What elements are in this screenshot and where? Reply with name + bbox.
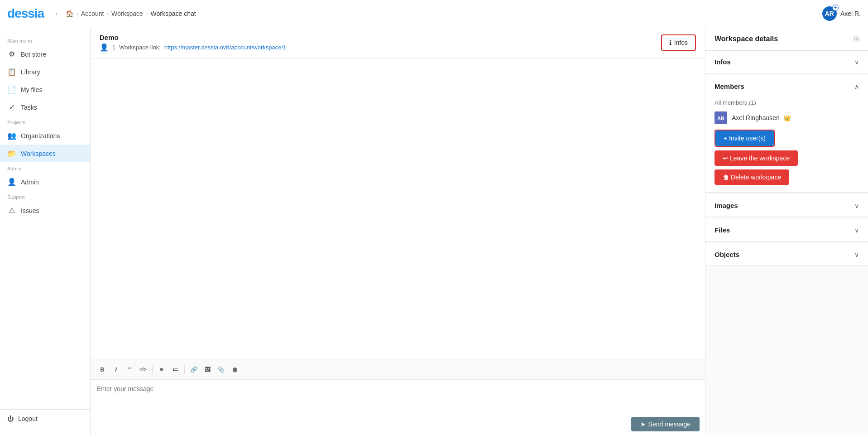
infos-section-header[interactable]: Infos ∨ — [705, 51, 868, 73]
quote-button[interactable]: " — [123, 363, 136, 376]
members-section-title: Members — [715, 82, 744, 90]
issues-icon: ⚠ — [7, 206, 16, 215]
logo: dessia — [7, 6, 44, 21]
sidebar-item-label: Issues — [21, 207, 39, 214]
member-count: 1 — [112, 44, 115, 51]
send-icon: ➤ — [640, 420, 646, 428]
grid-icon[interactable]: ⊞ — [853, 34, 859, 43]
bold-button[interactable]: B — [96, 363, 109, 376]
sidebar-item-label: My files — [21, 86, 42, 93]
send-button[interactable]: ➤ Send message — [631, 417, 700, 431]
workspaces-icon: 📁 — [7, 149, 16, 158]
workspace-header: Demo 👤 1 Workspace link: https://master.… — [91, 27, 705, 58]
unordered-list-button[interactable]: ≔ — [169, 363, 182, 376]
logout-button[interactable]: ⏻ Logout — [0, 409, 90, 428]
italic-button[interactable]: I — [110, 363, 122, 376]
sidebar-item-organizations[interactable]: 👥 Organizations — [0, 127, 90, 145]
info-icon: ℹ — [669, 39, 671, 46]
support-label: Support — [0, 191, 90, 202]
code-button[interactable]: </> — [137, 363, 149, 376]
files-section-header[interactable]: Files ∨ — [705, 219, 868, 241]
member-item: AR Axel Ringhausen 👑 — [715, 111, 859, 124]
editor-toolbar: B I " </> ≡ ≔ 🔗 🖼 📎 ◉ — [91, 359, 705, 380]
ordered-list-button[interactable]: ≡ — [155, 363, 168, 376]
panel-section-images: Images ∨ — [705, 194, 868, 217]
sidebar-item-bot-store[interactable]: ⚙ Bot store — [0, 45, 90, 63]
panel-section-objects: Objects ∨ — [705, 243, 868, 266]
sidebar-item-tasks[interactable]: ✓ Tasks — [0, 98, 90, 116]
content-area: Demo 👤 1 Workspace link: https://master.… — [91, 27, 705, 435]
person-icon: 👤 — [100, 43, 109, 52]
files-section-title: Files — [715, 226, 730, 234]
invite-users-button[interactable]: + Invite user(s) — [715, 130, 774, 146]
breadcrumb-workspace-chat: Workspace chat — [151, 10, 196, 17]
images-section-title: Images — [715, 202, 738, 209]
sidebar-item-issues[interactable]: ⚠ Issues — [0, 202, 90, 219]
nav-back[interactable]: ‹ — [51, 8, 62, 19]
logout-icon: ⏻ — [7, 415, 14, 422]
svg-text:AR: AR — [717, 116, 724, 121]
infos-button[interactable]: ℹ Infos — [661, 34, 696, 51]
admin-icon: 👤 — [7, 178, 16, 186]
sidebar-item-my-files[interactable]: 📄 My files — [0, 81, 90, 98]
images-section-header[interactable]: Images ∨ — [705, 194, 868, 217]
user-name: Axel R. — [840, 10, 861, 17]
panel-section-infos: Infos ∨ — [705, 51, 868, 73]
main-layout: Main menu ⚙ Bot store 📋 Library 📄 My fil… — [0, 27, 868, 435]
mention-button[interactable]: ◉ — [228, 363, 241, 376]
link-label: Workspace link: — [119, 44, 161, 51]
workspace-link[interactable]: https://master.dessia.ovh/account/worksp… — [164, 44, 287, 51]
members-section-header[interactable]: Members ∧ — [705, 75, 868, 97]
breadcrumb: 🏠 › Account › Workspace › Workspace chat — [66, 10, 196, 17]
sidebar-item-label: Library — [21, 68, 40, 76]
main-menu-label: Main menu — [0, 34, 90, 45]
avatar[interactable]: AR + — [822, 6, 837, 21]
leave-workspace-button[interactable]: ↩ Leave the workspace — [715, 150, 798, 166]
sidebar-item-workspaces[interactable]: 📁 Workspaces — [0, 145, 90, 162]
right-panel: Workspace details ⊞ Infos ∨ Members ∧ Al… — [705, 27, 868, 435]
organizations-icon: 👥 — [7, 131, 16, 140]
members-count: All members (1) — [715, 99, 859, 106]
image-button[interactable]: 🖼 — [201, 363, 214, 376]
top-header: dessia ‹ 🏠 › Account › Workspace › Works… — [0, 0, 868, 27]
breadcrumb-home[interactable]: 🏠 — [66, 10, 73, 17]
member-avatar-icon: AR — [715, 111, 727, 124]
message-input[interactable] — [91, 380, 705, 411]
chat-area — [91, 58, 705, 359]
projects-label: Projects — [0, 116, 90, 127]
member-name: Axel Ringhausen 👑 — [732, 114, 791, 121]
sidebar: Main menu ⚙ Bot store 📋 Library 📄 My fil… — [0, 27, 91, 435]
files-chevron-icon: ∨ — [854, 227, 859, 234]
panel-section-members: Members ∧ All members (1) AR Axel Ringha… — [705, 75, 868, 193]
infos-chevron-icon: ∨ — [854, 58, 859, 66]
members-chevron-icon: ∧ — [854, 83, 859, 90]
sidebar-item-label: Admin — [21, 179, 39, 186]
crown-icon: 👑 — [783, 114, 791, 121]
sidebar-item-label: Bot store — [21, 51, 46, 58]
sidebar-item-library[interactable]: 📋 Library — [0, 63, 90, 81]
infos-section-title: Infos — [715, 58, 731, 66]
admin-label: Admin — [0, 162, 90, 173]
workspace-title: Demo — [100, 34, 286, 41]
right-panel-title: Workspace details — [715, 35, 778, 43]
right-panel-header: Workspace details ⊞ — [705, 27, 868, 51]
tasks-icon: ✓ — [7, 103, 16, 111]
member-avatar: AR — [715, 111, 727, 124]
breadcrumb-account[interactable]: Account — [81, 10, 104, 17]
link-button[interactable]: 🔗 — [187, 363, 200, 376]
avatar-plus-icon: + — [832, 5, 839, 11]
delete-workspace-button[interactable]: 🗑 Delete workspace — [715, 169, 789, 185]
nav-arrows: ‹ — [51, 8, 62, 19]
objects-section-title: Objects — [715, 251, 739, 258]
sidebar-item-label: Organizations — [21, 132, 60, 140]
logout-label: Logout — [18, 415, 38, 422]
sidebar-item-admin[interactable]: 👤 Admin — [0, 173, 90, 191]
attach-button[interactable]: 📎 — [215, 363, 227, 376]
objects-section-header[interactable]: Objects ∨ — [705, 243, 868, 266]
send-label: Send message — [648, 420, 691, 428]
library-icon: 📋 — [7, 68, 16, 76]
breadcrumb-workspace[interactable]: Workspace — [111, 10, 143, 17]
objects-chevron-icon: ∨ — [854, 251, 859, 258]
user-area: AR + Axel R. — [822, 6, 861, 21]
bot-store-icon: ⚙ — [7, 50, 16, 58]
